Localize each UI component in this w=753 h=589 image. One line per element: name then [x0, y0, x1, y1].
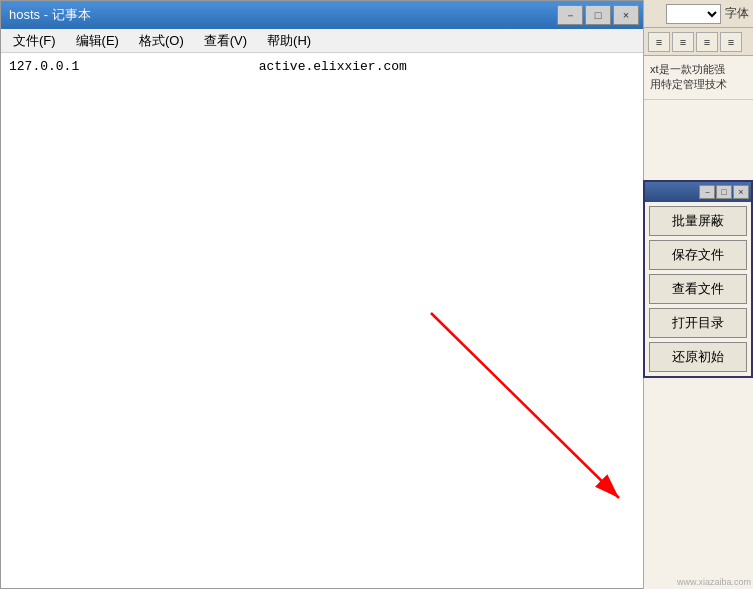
notepad-window: hosts - 记事本 － □ × 文件(F) 编辑(E) 格式(O) 查看(V…: [0, 0, 648, 589]
inner-content: 批量屏蔽 保存文件 查看文件 打开目录 还原初始: [645, 202, 751, 376]
notepad-titlebar: hosts - 记事本 － □ ×: [1, 1, 647, 29]
right-panel: 字体 ≡ ≡ ≡ ≡ xt是一款功能强 用特定管理技术 － □ × 批量屏蔽 保…: [643, 0, 753, 589]
notepad-content-area: 127.0.0.1 active.elixxier.com: [1, 53, 647, 588]
close-button[interactable]: ×: [613, 5, 639, 25]
menu-format[interactable]: 格式(O): [131, 30, 192, 52]
batch-shield-button[interactable]: 批量屏蔽: [649, 206, 747, 236]
inner-minimize-button[interactable]: －: [699, 185, 715, 199]
minimize-button[interactable]: －: [557, 5, 583, 25]
menu-help[interactable]: 帮助(H): [259, 30, 319, 52]
inner-titlebar: － □ ×: [645, 182, 751, 202]
titlebar-buttons: － □ ×: [557, 5, 639, 25]
format-toolbar: ≡ ≡ ≡ ≡: [644, 28, 753, 56]
menu-view[interactable]: 查看(V): [196, 30, 255, 52]
description-line2: 用特定管理技术: [650, 78, 727, 90]
text-description: xt是一款功能强 用特定管理技术: [644, 56, 753, 100]
align-left-button[interactable]: ≡: [648, 32, 670, 52]
notepad-menubar: 文件(F) 编辑(E) 格式(O) 查看(V) 帮助(H): [1, 29, 647, 53]
align-right-button[interactable]: ≡: [696, 32, 718, 52]
description-line1: xt是一款功能强: [650, 63, 725, 75]
open-dir-button[interactable]: 打开目录: [649, 308, 747, 338]
menu-edit[interactable]: 编辑(E): [68, 30, 127, 52]
align-justify-button[interactable]: ≡: [720, 32, 742, 52]
inner-maximize-button[interactable]: □: [716, 185, 732, 199]
font-selector[interactable]: [666, 4, 721, 24]
restore-button[interactable]: 还原初始: [649, 342, 747, 372]
menu-file[interactable]: 文件(F): [5, 30, 64, 52]
save-file-button[interactable]: 保存文件: [649, 240, 747, 270]
view-file-button[interactable]: 查看文件: [649, 274, 747, 304]
notepad-textarea[interactable]: 127.0.0.1 active.elixxier.com: [1, 53, 647, 588]
notepad-title: hosts - 记事本: [9, 6, 91, 24]
watermark: www.xiazaiba.com: [677, 577, 751, 587]
maximize-button[interactable]: □: [585, 5, 611, 25]
right-panel-top: 字体: [644, 0, 753, 28]
inner-window: － □ × 批量屏蔽 保存文件 查看文件 打开目录 还原初始: [643, 180, 753, 378]
font-label: 字体: [725, 5, 749, 22]
inner-close-button[interactable]: ×: [733, 185, 749, 199]
align-center-button[interactable]: ≡: [672, 32, 694, 52]
